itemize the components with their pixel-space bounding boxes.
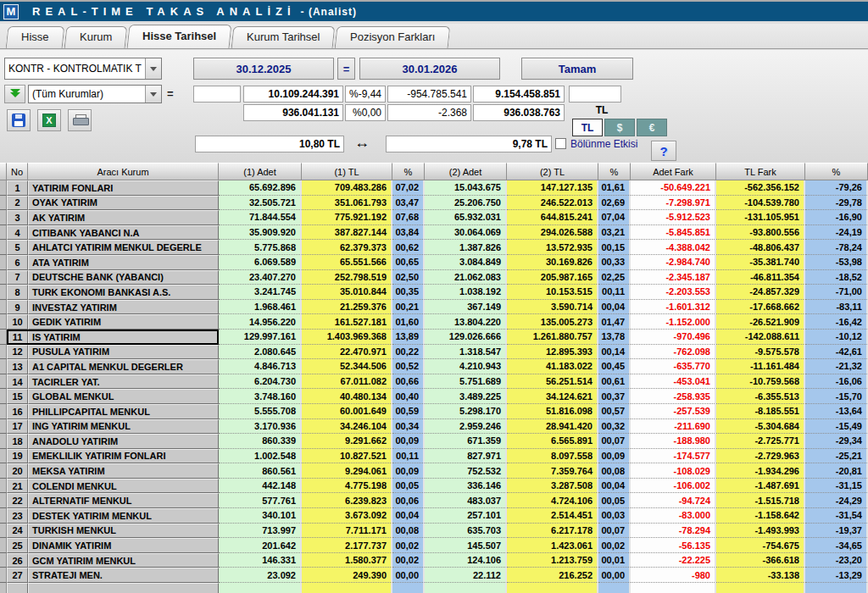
column-header-adet-fark[interactable]: Adet Fark: [631, 163, 716, 180]
column-header--[interactable]: %: [805, 163, 868, 180]
tab-hisse[interactable]: Hisse: [6, 26, 64, 48]
summary1-extra-input[interactable]: [569, 86, 621, 103]
table-row[interactable]: 12PUSULA YATIRIM2.080.64522.470.97100,22…: [0, 345, 868, 360]
table-row[interactable]: 24TURKISH MENKUL713.9977.711.17100,08635…: [0, 524, 868, 539]
row-margin-cell: [0, 285, 7, 300]
print-button[interactable]: [68, 109, 92, 131]
table-row[interactable]: 3AK YATIRIM71.844.554775.921.19207,6865.…: [0, 210, 868, 225]
column-header-tl-fark[interactable]: TL Fark: [716, 163, 805, 180]
data-cell: 124.106: [425, 553, 507, 568]
broker-select[interactable]: (Tüm Kurumlar): [28, 85, 162, 103]
table-row[interactable]: 26GCM YATIRIM MENKUL146.3311.580.37700,0…: [0, 553, 868, 568]
column-header--1-adet[interactable]: (1) Adet: [219, 163, 302, 180]
table-row[interactable]: 9INVESTAZ YATIRIM1.968.46121.259.37600,2…: [0, 300, 868, 315]
drill-down-button[interactable]: [4, 85, 25, 103]
summary1-sonuc-field: 9.154.458.851: [473, 86, 565, 103]
table-row[interactable]: 1YATIRIM FONLARI65.692.896709.483.28607,…: [0, 180, 868, 196]
table-row[interactable]: 20MEKSA YATIRIM860.5619.294.06100,09752.…: [0, 463, 868, 479]
split-effect-checkbox[interactable]: [555, 138, 566, 149]
data-cell: 41.183.022: [507, 359, 598, 374]
date-equals-button[interactable]: =: [337, 58, 355, 80]
data-cell: -980: [631, 568, 716, 583]
table-row[interactable]: 18ANADOLU YATIRIM860.3399.291.66200,0967…: [0, 434, 868, 449]
column-header-arac-kurum[interactable]: Aracı Kurum: [28, 163, 219, 180]
table-row[interactable]: 17ING YATIRIM MENKUL3.170.93634.246.1040…: [0, 419, 868, 435]
price-from-field[interactable]: 10,80 TL: [195, 136, 344, 152]
excel-export-button[interactable]: [37, 109, 61, 131]
split-effect-label: Bölünme Etkisi: [570, 138, 637, 150]
data-cell: 161.527.181: [302, 314, 392, 330]
date-from-button[interactable]: 30.12.2025: [193, 58, 334, 80]
column-header--[interactable]: %: [392, 163, 425, 180]
data-cell: 5.555.708: [219, 404, 302, 419]
data-cell: 340.101: [219, 508, 302, 524]
row-margin-cell: [0, 553, 7, 568]
ok-button[interactable]: Tamam: [521, 58, 633, 80]
table-row[interactable]: 15GLOBAL MENKUL3.748.16040.480.13400,403…: [0, 389, 868, 404]
column-header--1-tl[interactable]: (1) TL: [302, 163, 392, 180]
data-cell: -6.355.513: [716, 389, 805, 404]
column-header--2-tl[interactable]: (2) TL: [507, 163, 598, 180]
column-header--[interactable]: %: [598, 163, 631, 180]
table-row[interactable]: 5AHLATCI YATIRIM MENKUL DEGERLE5.775.868…: [0, 240, 868, 255]
data-cell: -1.487.691: [716, 479, 805, 494]
tab-kurum[interactable]: Kurum: [64, 26, 127, 48]
date-to-button[interactable]: 30.01.2026: [359, 58, 500, 80]
currency-eur-button[interactable]: €: [637, 119, 667, 136]
data-cell: 7.711.171: [302, 524, 392, 539]
data-cell: 00,04: [392, 508, 425, 524]
stock-select[interactable]: KONTR - KONTROLMATIK T: [4, 58, 162, 80]
data-cell: -31,15: [805, 479, 868, 494]
table-row[interactable]: 6ATA YATIRIM6.069.58965.551.56600,653.08…: [0, 255, 868, 270]
table-row[interactable]: 21COLENDI MENKUL442.1484.775.19800,05336…: [0, 479, 868, 494]
data-cell: 4.210.943: [425, 359, 507, 374]
table-row[interactable]: 10GEDIK YATIRIM14.956.220161.527.18101,6…: [0, 314, 868, 330]
data-cell: 129.997.161: [219, 330, 302, 345]
table-row[interactable]: [0, 583, 868, 593]
table-row[interactable]: 13A1 CAPITAL MENKUL DEGERLER4.846.71352.…: [0, 359, 868, 374]
row-number-cell: 21: [7, 479, 28, 494]
price-to-field[interactable]: 9,78 TL: [386, 136, 552, 152]
row-header-group: 20MEKSA YATIRIM: [7, 463, 219, 479]
table-row[interactable]: 8TURK EKONOMI BANKASI A.S.3.241.74535.01…: [0, 285, 868, 300]
table-row[interactable]: 19EMEKLILIK YATIRIM FONLARI1.002.54810.8…: [0, 449, 868, 464]
table-row[interactable]: 4CITIBANK YABANCI N.A35.909.920387.827.1…: [0, 225, 868, 241]
data-cell: 03,84: [392, 225, 425, 241]
help-button[interactable]: ?: [651, 141, 676, 161]
broker-name-cell: PUSULA YATIRIM: [28, 345, 219, 360]
data-cell: 10.153.515: [507, 285, 598, 300]
tab-kurum-tarihsel[interactable]: Kurum Tarihsel: [231, 26, 336, 48]
table-row[interactable]: 23DESTEK YATIRIM MENKUL340.1013.673.0920…: [0, 508, 868, 524]
data-cell: 775.921.192: [302, 210, 392, 225]
table-row[interactable]: 22ALTERNATIF MENKUL577.7616.239.82300,06…: [0, 493, 868, 508]
filter-input[interactable]: [193, 86, 241, 103]
data-cell: -21,32: [805, 359, 868, 374]
table-row[interactable]: 27STRATEJI MEN.23.092249.39000,0022.1122…: [0, 568, 868, 583]
data-cell: -23,20: [805, 553, 868, 568]
tab-pozisyon-farkları[interactable]: Pozisyon Farkları: [335, 26, 451, 48]
column-header-no[interactable]: No: [7, 163, 28, 180]
tab-label: Hisse: [21, 27, 49, 47]
data-cell: 00,59: [392, 404, 425, 419]
data-cell: -33.138: [716, 568, 805, 583]
table-row[interactable]: 25DINAMIK YATIRIM201.6422.177.73700,0214…: [0, 538, 868, 553]
data-cell: -53,98: [805, 255, 868, 270]
data-cell: -13,29: [805, 568, 868, 583]
currency-usd-button[interactable]: $: [604, 119, 635, 136]
table-row[interactable]: 14TACIRLER YAT.6.204.73067.011.08200,665…: [0, 374, 868, 390]
save-button[interactable]: [7, 109, 31, 131]
table-row[interactable]: 11IS YATIRIM129.997.1611.403.969.36813,8…: [0, 330, 868, 345]
data-cell: 00,02: [392, 538, 425, 553]
tab-hisse-tarihsel[interactable]: Hisse Tarihsel: [126, 25, 231, 48]
table-row[interactable]: 2OYAK YATIRIM32.505.721351.061.79303,472…: [0, 196, 868, 211]
chevron-down-icon[interactable]: [145, 86, 161, 103]
table-row[interactable]: 16PHILLIPCAPITAL MENKUL5.555.70860.001.6…: [0, 404, 868, 419]
broker-name-cell: A1 CAPITAL MENKUL DEGERLER: [28, 359, 219, 374]
data-cell: -25,21: [805, 449, 868, 464]
chevron-down-icon[interactable]: [145, 58, 161, 79]
currency-tl-button[interactable]: TL: [572, 119, 603, 136]
data-cell: -1.601.312: [631, 300, 716, 315]
data-cell: 135.005.273: [507, 314, 598, 330]
column-header--2-adet[interactable]: (2) Adet: [425, 163, 507, 180]
table-row[interactable]: 7DEUTSCHE BANK (YABANCI)23.407.270252.79…: [0, 270, 868, 285]
